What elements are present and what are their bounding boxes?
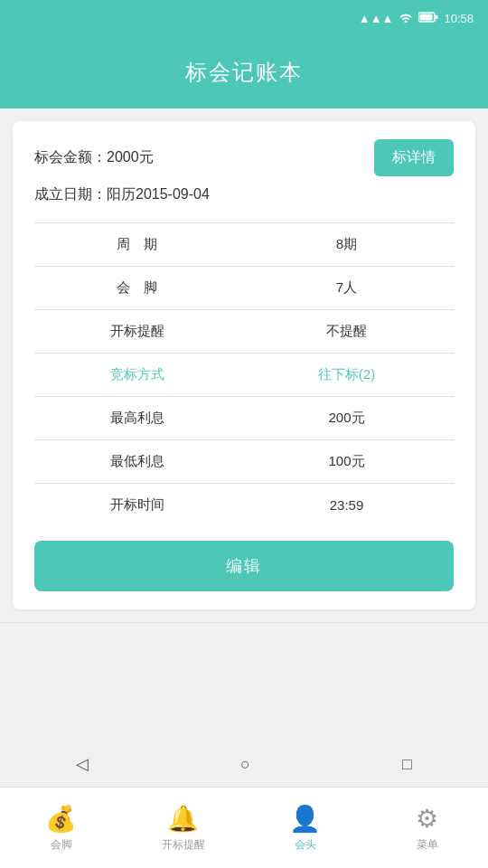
date-value: 阳历2015-09-04 bbox=[107, 186, 210, 202]
row-value-5: 100元 bbox=[239, 440, 454, 484]
home-button[interactable]: ○ bbox=[240, 755, 250, 774]
status-bar: ▲▲▲ 10:58 bbox=[0, 0, 488, 36]
amount-text: 标会金额：2000元 bbox=[34, 148, 154, 167]
time-display: 10:58 bbox=[444, 12, 474, 25]
amount-row: 标会金额：2000元 标详情 bbox=[34, 139, 454, 176]
svg-rect-1 bbox=[420, 14, 433, 20]
table-row: 竞标方式往下标(2) bbox=[34, 354, 454, 397]
status-bar-right: ▲▲▲ 10:58 bbox=[359, 12, 474, 25]
recent-button[interactable]: □ bbox=[402, 755, 412, 774]
row-label-1: 会 脚 bbox=[34, 267, 239, 310]
row-label-2: 开标提醒 bbox=[34, 310, 239, 354]
nav-label-3: 菜单 bbox=[417, 837, 438, 853]
nav-icon-2: 👤 bbox=[289, 804, 321, 834]
row-value-2: 不提醒 bbox=[239, 310, 454, 354]
header: 标会记账本 bbox=[0, 36, 488, 108]
nav-label-0: 会脚 bbox=[51, 837, 72, 853]
nav-icon-3: ⚙ bbox=[416, 804, 438, 834]
table-row: 开标时间23:59 bbox=[34, 484, 454, 527]
row-label-3: 竞标方式 bbox=[34, 354, 239, 397]
main-card: 标会金额：2000元 标详情 成立日期：阳历2015-09-04 周 期8期会 … bbox=[13, 121, 475, 609]
row-label-4: 最高利息 bbox=[34, 397, 239, 440]
date-row: 成立日期：阳历2015-09-04 bbox=[34, 185, 454, 204]
nav-item-3[interactable]: ⚙菜单 bbox=[366, 804, 488, 853]
battery-icon bbox=[418, 12, 438, 25]
nav-item-1[interactable]: 🔔开标提醒 bbox=[122, 804, 244, 853]
nav-icon-1: 🔔 bbox=[167, 804, 199, 834]
back-button[interactable]: ◁ bbox=[76, 754, 89, 774]
wifi-icon bbox=[399, 12, 413, 25]
data-table: 周 期8期会 脚7人开标提醒不提醒竞标方式往下标(2)最高利息200元最低利息1… bbox=[34, 222, 454, 526]
amount-label: 标会金额： bbox=[34, 149, 107, 165]
nav-item-0[interactable]: 💰会脚 bbox=[0, 804, 122, 853]
section-divider bbox=[0, 622, 488, 623]
page-title: 标会记账本 bbox=[185, 58, 303, 87]
table-row: 最低利息100元 bbox=[34, 440, 454, 484]
row-label-5: 最低利息 bbox=[34, 440, 239, 484]
table-row: 会 脚7人 bbox=[34, 267, 454, 310]
row-value-1: 7人 bbox=[239, 267, 454, 310]
detail-button[interactable]: 标详情 bbox=[374, 139, 454, 176]
row-value-0: 8期 bbox=[239, 223, 454, 267]
row-label-6: 开标时间 bbox=[34, 484, 239, 527]
row-value-4: 200元 bbox=[239, 397, 454, 440]
nav-item-2[interactable]: 👤会头 bbox=[244, 804, 366, 853]
table-row: 周 期8期 bbox=[34, 223, 454, 267]
nav-label-1: 开标提醒 bbox=[162, 837, 205, 853]
nav-icon-0: 💰 bbox=[45, 804, 77, 834]
system-nav: ◁ ○ □ bbox=[0, 741, 488, 787]
amount-value: 2000元 bbox=[107, 149, 154, 165]
row-label-0: 周 期 bbox=[34, 223, 239, 267]
date-label: 成立日期： bbox=[34, 186, 107, 202]
nav-label-2: 会头 bbox=[295, 837, 316, 853]
table-row: 最高利息200元 bbox=[34, 397, 454, 440]
row-value-3: 往下标(2) bbox=[239, 354, 454, 397]
signal-icon: ▲▲▲ bbox=[359, 12, 394, 25]
edit-button[interactable]: 编辑 bbox=[34, 541, 454, 591]
row-value-6: 23:59 bbox=[239, 484, 454, 527]
bottom-nav: 💰会脚🔔开标提醒👤会头⚙菜单 bbox=[0, 787, 488, 868]
svg-rect-2 bbox=[436, 15, 438, 19]
table-row: 开标提醒不提醒 bbox=[34, 310, 454, 354]
